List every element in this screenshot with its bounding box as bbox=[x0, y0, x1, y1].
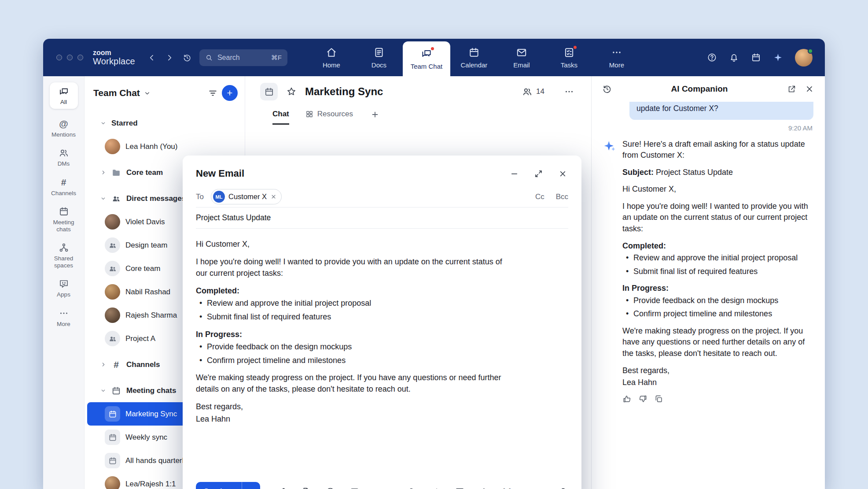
tab-tasks[interactable]: Tasks bbox=[545, 39, 593, 76]
send-button-group: Send bbox=[196, 482, 260, 489]
window-body: All @ Mentions DMs # Channels Meeting ch… bbox=[43, 76, 825, 489]
bcc-button[interactable]: Bcc bbox=[556, 193, 568, 201]
rail-item-more[interactable]: More bbox=[46, 308, 81, 328]
recipient-name: Customer X bbox=[228, 193, 267, 201]
chevron-right-icon bbox=[100, 170, 106, 175]
chat-item-label: Core team bbox=[125, 264, 160, 273]
send-options-button[interactable] bbox=[242, 482, 260, 489]
member-count[interactable]: 14 bbox=[522, 86, 544, 97]
more-icon bbox=[59, 308, 69, 319]
people-icon bbox=[108, 241, 117, 250]
channel-header: Marketing Sync 14 bbox=[245, 76, 591, 104]
calendar-icon bbox=[111, 386, 121, 396]
copy-icon[interactable] bbox=[654, 394, 663, 404]
subject-input[interactable]: Project Status Update bbox=[196, 213, 271, 222]
tab-email[interactable]: Email bbox=[498, 39, 545, 76]
tab-calendar[interactable]: Calendar bbox=[450, 39, 498, 76]
chat-item-lea-hanh[interactable]: Lea Hanh (You) bbox=[87, 135, 242, 158]
rail-item-all[interactable]: All bbox=[50, 82, 78, 109]
section-label: Core team bbox=[126, 168, 163, 177]
more-icon bbox=[611, 47, 622, 58]
ai-panel-title: AI Companion bbox=[620, 84, 779, 94]
star-icon[interactable] bbox=[286, 86, 297, 97]
section-label: Starred bbox=[111, 119, 138, 128]
chat-item-label: Lea Hanh (You) bbox=[125, 142, 177, 151]
signature-icon[interactable] bbox=[277, 487, 287, 489]
sidebar-title[interactable]: Team Chat bbox=[93, 88, 140, 98]
new-chat-button[interactable] bbox=[222, 85, 238, 101]
calendar-icon bbox=[108, 410, 117, 419]
forward-icon[interactable] bbox=[165, 53, 174, 62]
attach-file-icon[interactable] bbox=[301, 487, 311, 489]
window-close-button[interactable] bbox=[56, 55, 62, 60]
people-icon bbox=[108, 334, 117, 343]
expand-icon[interactable] bbox=[534, 169, 543, 178]
ai-companion-topbar-icon[interactable] bbox=[773, 52, 783, 63]
schedule-icon[interactable] bbox=[751, 52, 761, 63]
zoom-workplace-logo: zoom Workplace bbox=[93, 39, 135, 76]
chevron-down-icon[interactable] bbox=[144, 90, 151, 96]
window-minimize-button[interactable] bbox=[67, 55, 73, 60]
recipient-chip[interactable]: ML Customer X bbox=[211, 189, 282, 204]
ai-compose-icon[interactable] bbox=[479, 487, 489, 489]
user-message-text: Can you draft an email that provides a s… bbox=[636, 102, 789, 113]
tab-more[interactable]: More bbox=[593, 39, 640, 76]
window-zoom-button[interactable] bbox=[77, 55, 83, 60]
resources-icon bbox=[305, 110, 314, 119]
more-tools-icon[interactable] bbox=[526, 487, 536, 489]
chevron-down-icon bbox=[100, 388, 106, 393]
history-icon[interactable] bbox=[183, 53, 191, 62]
more-options-icon[interactable] bbox=[564, 86, 574, 97]
filter-icon[interactable] bbox=[208, 88, 218, 98]
rail-item-meeting-chats[interactable]: Meeting chats bbox=[46, 206, 81, 233]
section-starred[interactable]: Starred bbox=[87, 111, 242, 135]
tab-chat[interactable]: Chat bbox=[272, 104, 289, 125]
tab-team-chat[interactable]: Team Chat bbox=[403, 41, 450, 76]
global-search[interactable]: ⌘F bbox=[199, 49, 287, 66]
user-avatar[interactable] bbox=[795, 49, 813, 67]
discard-draft-icon[interactable] bbox=[558, 487, 568, 489]
back-icon[interactable] bbox=[147, 53, 156, 62]
minimize-icon[interactable] bbox=[510, 169, 519, 178]
history-icon[interactable] bbox=[602, 84, 612, 94]
tab-home[interactable]: Home bbox=[308, 39, 355, 76]
templates-icon[interactable] bbox=[455, 487, 465, 489]
emoji-icon[interactable] bbox=[325, 487, 335, 489]
rail-label: Mentions bbox=[51, 131, 76, 138]
encrypt-icon[interactable] bbox=[406, 487, 416, 489]
tab-docs[interactable]: Docs bbox=[355, 39, 403, 76]
rail-label: Channels bbox=[51, 190, 76, 197]
rail-label: Apps bbox=[57, 291, 70, 298]
close-icon[interactable] bbox=[558, 169, 567, 178]
notifications-icon[interactable] bbox=[729, 52, 739, 63]
send-label: Send bbox=[204, 487, 222, 489]
rail-item-apps[interactable]: Apps bbox=[46, 278, 81, 298]
open-external-icon[interactable] bbox=[787, 84, 797, 94]
insert-image-icon[interactable] bbox=[349, 487, 360, 489]
recipients-row: To ML Customer X Cc Bcc bbox=[196, 186, 568, 207]
send-button[interactable]: Send bbox=[196, 482, 242, 489]
left-rail: All @ Mentions DMs # Channels Meeting ch… bbox=[43, 76, 85, 489]
cc-button[interactable]: Cc bbox=[535, 193, 544, 201]
help-icon[interactable] bbox=[707, 52, 717, 63]
thumbs-down-icon[interactable] bbox=[638, 394, 647, 404]
rail-item-channels[interactable]: # Channels bbox=[46, 177, 81, 197]
thumbs-up-icon[interactable] bbox=[622, 394, 632, 404]
history-navigation bbox=[147, 39, 191, 76]
section-label: Channels bbox=[126, 360, 160, 369]
add-tab-icon[interactable] bbox=[371, 110, 379, 119]
search-input[interactable] bbox=[217, 54, 263, 62]
tab-resources[interactable]: Resources bbox=[305, 104, 353, 125]
calendar-icon bbox=[468, 47, 480, 58]
email-body-editor[interactable]: Hi Customer X, I hope you're doing well!… bbox=[183, 229, 517, 475]
rail-item-mentions[interactable]: @ Mentions bbox=[46, 119, 81, 138]
close-icon[interactable] bbox=[805, 84, 814, 94]
ai-response-text: Sure! Here's a draft email asking for a … bbox=[622, 139, 813, 404]
hash-icon: # bbox=[59, 177, 69, 188]
rail-item-shared-spaces[interactable]: Shared spaces bbox=[46, 242, 81, 269]
edit-icon[interactable] bbox=[430, 487, 441, 489]
remove-recipient-icon[interactable] bbox=[270, 193, 277, 200]
meeting-chat-icon bbox=[105, 430, 120, 445]
rail-item-dms[interactable]: DMs bbox=[46, 148, 81, 167]
subject-row[interactable]: Project Status Update bbox=[196, 207, 568, 229]
